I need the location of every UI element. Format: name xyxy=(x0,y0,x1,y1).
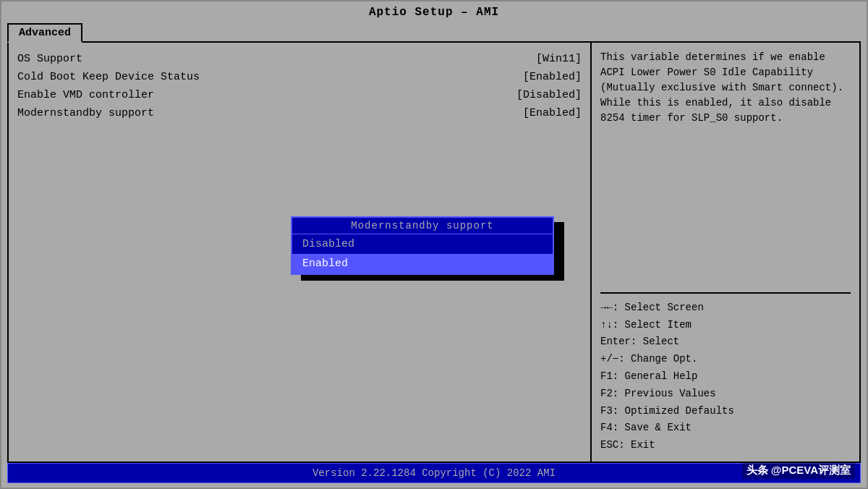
left-panel: OS Support [Win11] Cold Boot Keep Device… xyxy=(9,43,592,462)
tab-row: Advanced xyxy=(1,23,867,41)
setting-row-vmd[interactable]: Enable VMD controller [Disabled] xyxy=(17,86,582,104)
dropdown-item-enabled[interactable]: Enabled xyxy=(292,254,553,273)
right-panel: This variable determines if we enable AC… xyxy=(592,43,859,462)
divider xyxy=(600,292,851,294)
watermark: 头条 @PCEVA评测室 xyxy=(742,462,855,479)
main-content: OS Support [Win11] Cold Boot Keep Device… xyxy=(7,41,861,463)
tab-advanced[interactable]: Advanced xyxy=(7,23,82,43)
help-text: This variable determines if we enable AC… xyxy=(600,50,851,286)
key-f2: F2: Previous Values xyxy=(600,386,851,403)
key-select-screen: →←: Select Screen xyxy=(600,299,851,317)
footer-text: Version 2.22.1284 Copyright (C) 2022 AMI xyxy=(312,467,556,479)
dropdown-popup: Modernstandby support Disabled Enabled xyxy=(291,216,554,275)
key-enter-select: Enter: Select xyxy=(600,333,851,351)
key-change-opt: +/−: Change Opt. xyxy=(600,351,851,368)
footer: Version 2.22.1284 Copyright (C) 2022 AMI xyxy=(7,463,861,483)
dropdown-item-disabled[interactable]: Disabled xyxy=(292,234,553,254)
key-f4: F4: Save & Exit xyxy=(600,420,851,437)
app-title: Aptio Setup – AMI xyxy=(369,6,499,19)
setting-row-modernstandby[interactable]: Modernstandby support [Enabled] xyxy=(17,104,582,122)
key-esc: ESC: Exit xyxy=(600,437,851,454)
setting-row-os-support[interactable]: OS Support [Win11] xyxy=(17,50,582,68)
key-help: →←: Select Screen ↑↓: Select Item Enter:… xyxy=(600,299,851,454)
dropdown-title: Modernstandby support xyxy=(292,218,553,234)
key-f3: F3: Optimized Defaults xyxy=(600,403,851,420)
dropdown-items: Disabled Enabled xyxy=(292,234,553,273)
setting-row-cold-boot[interactable]: Cold Boot Keep Device Status [Enabled] xyxy=(17,68,582,86)
title-bar: Aptio Setup – AMI xyxy=(1,1,867,23)
dropdown-overlay: Modernstandby support Disabled Enabled xyxy=(291,216,554,275)
key-select-item: ↑↓: Select Item xyxy=(600,317,851,334)
key-f1: F1: General Help xyxy=(600,368,851,386)
